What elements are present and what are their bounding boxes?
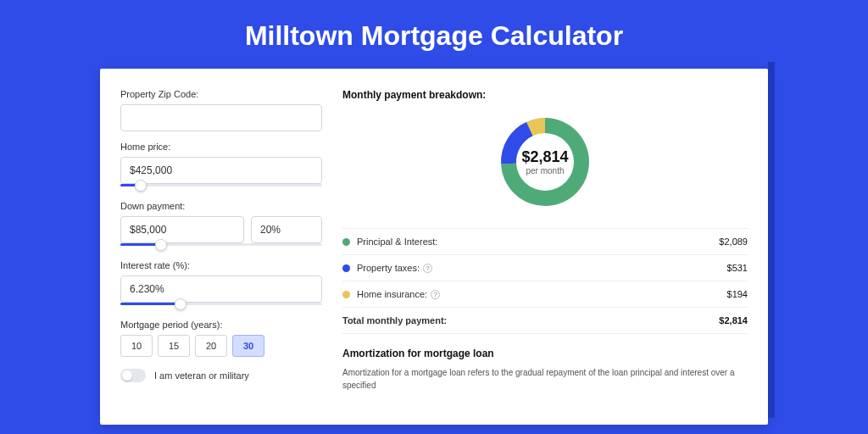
breakdown-heading: Monthly payment breakdown: xyxy=(342,89,748,101)
payment-donut-chart: $2,814 per month xyxy=(494,111,596,213)
breakdown-legend: Principal & Interest:$2,089Property taxe… xyxy=(342,228,748,334)
total-label: Total monthly payment: xyxy=(342,315,719,326)
breakdown-panel: Monthly payment breakdown: $2,814 per mo… xyxy=(342,89,748,425)
form-panel: Property Zip Code: Home price: Down paym… xyxy=(120,89,322,425)
help-icon[interactable]: ? xyxy=(423,264,432,273)
mortgage-period-label: Mortgage period (years): xyxy=(120,320,322,330)
legend-value: $194 xyxy=(727,289,748,299)
period-option-15[interactable]: 15 xyxy=(158,335,190,357)
legend-row: Principal & Interest:$2,089 xyxy=(342,229,748,255)
amortization-text: Amortization for a mortgage loan refers … xyxy=(342,366,748,392)
mortgage-period-group: 10152030 xyxy=(120,335,322,357)
legend-value: $531 xyxy=(727,263,748,273)
down-payment-slider[interactable] xyxy=(120,240,322,250)
zip-input[interactable] xyxy=(120,104,322,131)
legend-row: Property taxes:?$531 xyxy=(342,255,748,281)
veteran-label: I am veteran or military xyxy=(154,370,249,381)
legend-label: Home insurance:? xyxy=(357,289,727,299)
zip-label: Property Zip Code: xyxy=(120,89,322,99)
home-price-label: Home price: xyxy=(120,142,322,152)
down-payment-label: Down payment: xyxy=(120,201,322,211)
legend-dot-icon xyxy=(342,264,350,272)
donut-center-amount: $2,814 xyxy=(521,148,568,166)
period-option-10[interactable]: 10 xyxy=(120,335,153,357)
legend-dot-icon xyxy=(342,291,350,298)
donut-center-sub: per month xyxy=(526,166,564,175)
period-option-20[interactable]: 20 xyxy=(195,335,227,357)
period-option-30[interactable]: 30 xyxy=(232,335,264,357)
home-price-slider[interactable] xyxy=(120,181,322,191)
total-value: $2,814 xyxy=(719,315,748,326)
legend-row: Home insurance:?$194 xyxy=(342,281,748,308)
legend-value: $2,089 xyxy=(719,236,748,247)
legend-total-row: Total monthly payment:$2,814 xyxy=(342,308,748,334)
amortization-section: Amortization for mortgage loan Amortizat… xyxy=(342,348,748,392)
legend-label: Property taxes:? xyxy=(357,263,727,273)
legend-label: Principal & Interest: xyxy=(357,236,719,247)
calculator-card: Property Zip Code: Home price: Down paym… xyxy=(100,69,768,425)
page-title: Milltown Mortgage Calculator xyxy=(0,0,868,69)
legend-dot-icon xyxy=(342,238,350,246)
interest-rate-slider[interactable] xyxy=(120,299,322,309)
help-icon[interactable]: ? xyxy=(431,290,440,299)
amortization-heading: Amortization for mortgage loan xyxy=(342,348,748,359)
interest-rate-label: Interest rate (%): xyxy=(120,260,322,270)
veteran-toggle[interactable] xyxy=(120,369,146,382)
